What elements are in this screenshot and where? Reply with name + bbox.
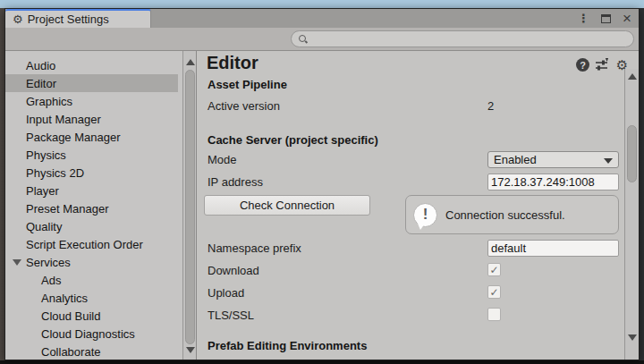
sidebar-item-services[interactable]: Services [5, 253, 178, 271]
active-version-value: 2 [487, 99, 494, 113]
scroll-down-icon[interactable] [628, 334, 637, 341]
upload-label: Upload [208, 286, 244, 300]
download-label: Download [208, 264, 259, 277]
sidebar-item-editor[interactable]: Editor [5, 74, 178, 92]
scroll-up-icon[interactable] [186, 59, 195, 65]
info-bubble-icon: ! [413, 203, 437, 227]
tab-project-settings[interactable]: ⚙ Project Settings [5, 9, 151, 28]
project-settings-window: ⚙ Project Settings ⋮ × Audio Editor Grap… [4, 8, 640, 360]
sidebar-item-player[interactable]: Player [5, 182, 178, 199]
tls-ssl-label: TLS/SSL [208, 309, 254, 322]
sidebar-item-analytics[interactable]: Analytics [5, 289, 178, 307]
close-icon[interactable]: × [623, 11, 631, 26]
scroll-down-icon[interactable] [186, 347, 195, 353]
ip-address-field[interactable] [487, 174, 619, 190]
section-asset-pipeline: Asset Pipeline [208, 78, 287, 91]
chevron-down-icon [604, 158, 613, 164]
sidebar-item-script-execution-order[interactable]: Script Execution Order [5, 235, 178, 253]
desktop-background [0, 0, 644, 8]
preset-icon[interactable] [595, 58, 608, 72]
page-title: Editor [207, 53, 258, 73]
settings-gear-icon: ⚙ [13, 13, 23, 25]
namespace-prefix-field[interactable] [487, 240, 619, 257]
connection-notification: ! Connection successful. [405, 195, 619, 234]
sidebar-item-physics-2d[interactable]: Physics 2D [5, 164, 178, 182]
mode-label: Mode [208, 153, 237, 166]
section-cache-server: Cache Server (project specific) [208, 133, 378, 147]
panel-scrollbar-thumb[interactable] [627, 125, 637, 182]
help-icon[interactable]: ? [576, 58, 589, 72]
titlebar[interactable]: ⚙ Project Settings ⋮ × [5, 9, 639, 28]
window-title: Project Settings [28, 13, 109, 26]
search-input[interactable] [311, 33, 615, 46]
sidebar-item-physics[interactable]: Physics [5, 146, 178, 164]
desktop-background-bottom [0, 360, 644, 364]
download-checkbox[interactable]: ✓ [487, 263, 501, 276]
toolbar [5, 28, 639, 51]
sidebar-item-preset-manager[interactable]: Preset Manager [5, 199, 178, 217]
sidebar-item-ads[interactable]: Ads [5, 271, 178, 289]
sidebar-item-collaborate[interactable]: Collaborate [5, 343, 178, 360]
namespace-prefix-label: Namespace prefix [208, 241, 301, 255]
window-menu-icon[interactable]: ⋮ [578, 13, 589, 24]
upload-checkbox[interactable]: ✓ [487, 285, 501, 299]
sidebar-item-package-manager[interactable]: Package Manager [5, 128, 178, 146]
search-box[interactable] [291, 30, 634, 47]
sidebar-scrollbar[interactable] [182, 51, 196, 360]
sidebar-item-cloud-diagnostics[interactable]: Cloud Diagnostics [5, 325, 178, 343]
sidebar-item-graphics[interactable]: Graphics [5, 92, 178, 110]
scroll-up-icon[interactable] [628, 73, 637, 80]
search-icon [298, 34, 308, 44]
settings-sidebar: Audio Editor Graphics Input Manager Pack… [5, 51, 197, 360]
maximize-icon[interactable] [601, 14, 611, 23]
ip-address-label: IP address [208, 175, 263, 189]
sidebar-scrollbar-thumb[interactable] [185, 70, 195, 344]
sidebar-item-quality[interactable]: Quality [5, 217, 178, 235]
tls-ssl-checkbox[interactable] [487, 308, 501, 321]
sidebar-item-input-manager[interactable]: Input Manager [5, 110, 178, 128]
section-prefab-editing: Prefab Editing Environments [208, 339, 367, 352]
check-connection-button[interactable]: Check Connection [204, 195, 370, 216]
mode-dropdown[interactable]: Enabled [487, 151, 619, 168]
sidebar-item-cloud-build[interactable]: Cloud Build [5, 307, 178, 325]
foldout-expanded-icon[interactable] [13, 259, 21, 266]
editor-settings-panel: Editor ? ⚙ Asset Pipeline Active version… [197, 51, 639, 360]
notification-text: Connection successful. [445, 208, 565, 222]
sidebar-item-audio[interactable]: Audio [5, 56, 178, 74]
panel-scrollbar[interactable] [624, 69, 639, 360]
active-version-label: Active version [208, 99, 280, 113]
